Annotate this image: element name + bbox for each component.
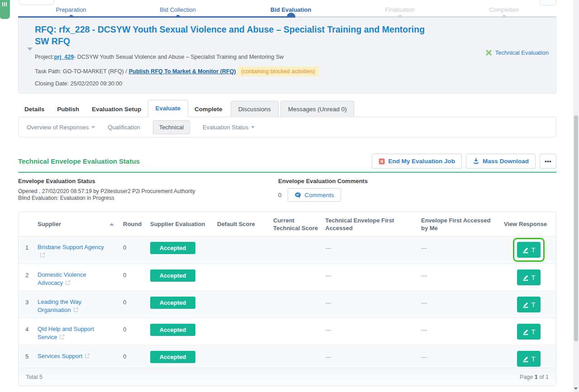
- phase-indicator: Technical Evaluation: [485, 49, 549, 56]
- supplier-evaluation-button[interactable]: Accepted: [150, 242, 195, 254]
- project-link[interactable]: prj_429: [54, 54, 74, 60]
- technical-envelope-first-accessed-value: ---: [323, 345, 418, 360]
- column-envelope-first-accessed-by-me[interactable]: Envelope First Accessed by Me: [418, 217, 498, 232]
- row-number: 1: [19, 236, 38, 251]
- stage-finalisation[interactable]: Finalisation: [385, 6, 415, 13]
- current-page: 1: [535, 374, 538, 380]
- pencil-ruler-icon: [522, 274, 529, 281]
- column-technical-envelope-first-accessed[interactable]: Technical Envelope First Accessed: [323, 217, 418, 232]
- supplier-evaluation-button[interactable]: Accepted: [150, 297, 195, 309]
- round-value: 0: [120, 291, 147, 306]
- row-number: 4: [19, 318, 38, 333]
- envelope-first-accessed-by-me-value: ---: [418, 318, 498, 333]
- scrollbar-thumb[interactable]: [574, 115, 578, 341]
- supplier-evaluation-button[interactable]: Accepted: [150, 269, 195, 282]
- supplier-evaluation-table: Supplier Round Supplier Evaluation Defau…: [18, 212, 556, 386]
- external-link-icon[interactable]: [85, 353, 90, 361]
- subtab-overview-of-responses[interactable]: Overview of Responses: [27, 124, 95, 131]
- side-drawer-handle[interactable]: [0, 0, 10, 19]
- envelope-status-heading: Envelope Evaluation Status: [18, 178, 195, 184]
- tab-complete[interactable]: Complete: [188, 101, 229, 117]
- external-link-icon[interactable]: [65, 279, 71, 288]
- download-icon: [473, 158, 479, 165]
- comments-heading: Envelope Evaluation Comments: [278, 178, 368, 184]
- default-score-value: [214, 291, 271, 299]
- scroll-down-arrow-icon[interactable]: [574, 387, 578, 390]
- blind-evaluation-line: Blind Evaluation: Evaluation in Progress: [18, 195, 195, 202]
- subtab-evaluation-status[interactable]: Evaluation Status: [203, 124, 255, 131]
- external-link-icon[interactable]: [40, 252, 45, 260]
- supplier-evaluation-button[interactable]: Accepted: [150, 324, 195, 336]
- phase-label: Technical Evaluation: [495, 49, 549, 56]
- tab-evaluate[interactable]: Evaluate: [148, 100, 189, 117]
- tab-messages[interactable]: Messages (Unread 0): [280, 101, 355, 117]
- view-response-button[interactable]: T: [517, 297, 541, 312]
- tab-details[interactable]: Details: [18, 101, 51, 117]
- sort-ascending-icon[interactable]: [109, 223, 114, 226]
- tab-publish[interactable]: Publish: [51, 101, 85, 117]
- end-my-evaluation-job-button[interactable]: End My Evaluation Job: [372, 154, 462, 169]
- table-row: 5 Services Support 0 Accepted --- --- T: [19, 345, 556, 368]
- column-supplier[interactable]: Supplier: [38, 220, 120, 228]
- round-value: 0: [120, 345, 147, 360]
- stage-completion[interactable]: Completion: [489, 6, 519, 13]
- task-path-link[interactable]: Publish RFQ To Market & Monitor (RFQ): [129, 68, 236, 75]
- comments-button[interactable]: Comments: [288, 188, 341, 202]
- column-view-response[interactable]: View Response: [498, 220, 556, 228]
- view-response-button[interactable]: T: [517, 269, 541, 285]
- row-number: 5: [19, 345, 38, 360]
- external-link-icon[interactable]: [73, 307, 79, 315]
- envelope-first-accessed-by-me-value: ---: [418, 291, 498, 306]
- default-score-value: [214, 318, 271, 326]
- technical-envelope-first-accessed-value: ---: [323, 318, 418, 333]
- project-label: Project:: [35, 54, 54, 60]
- scrollbar-track[interactable]: [573, 0, 579, 392]
- default-score-value: [214, 345, 271, 353]
- current-technical-score-value: [271, 345, 323, 353]
- default-score-value: [214, 264, 271, 272]
- view-response-button[interactable]: T: [517, 242, 541, 258]
- stage-preparation[interactable]: Preparation: [56, 6, 86, 13]
- column-default-score[interactable]: Default Score: [214, 220, 271, 228]
- view-response-button[interactable]: T: [517, 351, 541, 367]
- chevron-down-icon: [251, 126, 255, 128]
- table-header-row: Supplier Round Supplier Evaluation Defau…: [19, 212, 556, 236]
- grip-bars-icon: [2, 2, 7, 6]
- stage-bid-evaluation[interactable]: Bid Evaluation: [271, 6, 311, 13]
- technical-envelope-first-accessed-value: ---: [323, 291, 418, 306]
- collapse-caret-icon[interactable]: [27, 47, 33, 51]
- rfq-summary-panel: RFQ: rfx_228 - DCSYW Youth Sexual Violen…: [18, 18, 556, 94]
- subtab-technical[interactable]: Technical: [153, 120, 190, 134]
- stage-bid-collection[interactable]: Bid Collection: [160, 6, 196, 13]
- table-row: 2 Domestic Violence Advocacy 0 Accepted …: [19, 264, 556, 291]
- comments-count: 0: [278, 192, 281, 198]
- current-technical-score-value: [271, 264, 323, 272]
- round-value: 0: [120, 264, 147, 279]
- more-actions-button[interactable]: •••: [540, 154, 556, 169]
- supplier-link[interactable]: Domestic Violence Advocacy: [38, 271, 86, 286]
- view-response-button[interactable]: T: [517, 324, 541, 340]
- column-supplier-evaluation[interactable]: Supplier Evaluation: [147, 220, 214, 228]
- pencil-ruler-icon: [522, 246, 529, 254]
- tab-evaluation-setup[interactable]: Evaluation Setup: [85, 101, 148, 117]
- supplier-link[interactable]: Services Support: [38, 353, 82, 359]
- current-technical-score-value: [271, 291, 323, 299]
- mass-download-button[interactable]: Mass Download: [466, 154, 536, 169]
- round-value: 0: [120, 318, 147, 333]
- column-current-technical-score[interactable]: Current Technical Score: [271, 217, 323, 232]
- pencil-ruler-icon: [522, 328, 529, 335]
- row-number: 2: [19, 264, 38, 279]
- external-link-icon[interactable]: [59, 334, 65, 342]
- tab-discussions[interactable]: Discussions: [231, 101, 279, 117]
- subtab-qualification[interactable]: Qualification: [108, 124, 140, 131]
- supplier-evaluation-button[interactable]: Accepted: [150, 351, 195, 363]
- envelope-opened-line: Opened , 27/02/2020 08:57:19 by P2itestu…: [18, 188, 195, 195]
- supplier-link[interactable]: Qld Help and Support Service: [38, 326, 94, 340]
- table-footer: Total 5 Page 1 of 1: [19, 368, 556, 386]
- table-row: 4 Qld Help and Support Service 0 Accepte…: [19, 318, 556, 345]
- column-round[interactable]: Round: [120, 220, 147, 228]
- task-path-label: Task Path: GO-TO-MARKET (RFQ) /: [35, 68, 127, 75]
- table-row: 1 Brisbane Support Agency 0 Accepted ---…: [19, 236, 556, 264]
- supplier-link[interactable]: Brisbane Support Agency: [38, 244, 104, 250]
- round-value: 0: [120, 236, 147, 251]
